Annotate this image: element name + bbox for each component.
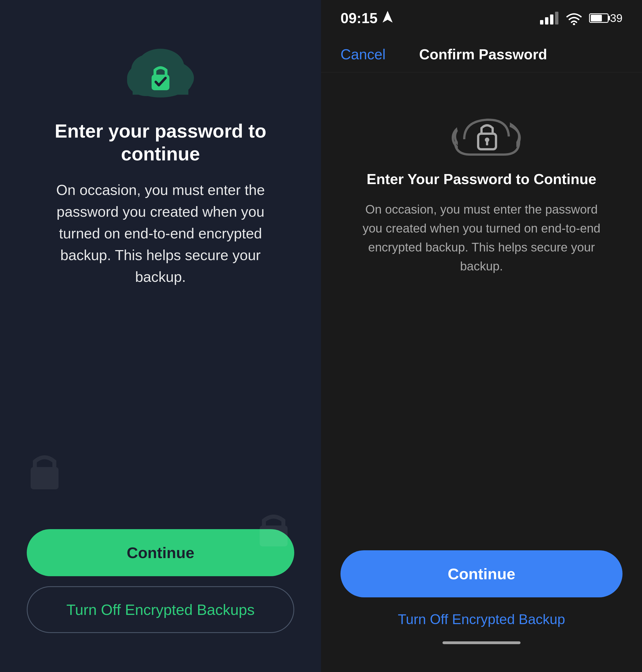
svg-rect-10	[540, 20, 543, 25]
lock-cloud-icon-right	[448, 100, 515, 153]
left-content: Enter your password to continue On occas…	[22, 44, 299, 288]
status-time: 09:15	[341, 10, 377, 26]
left-text-section: Enter your password to continue On occas…	[22, 120, 299, 288]
svg-rect-8	[260, 526, 287, 546]
lock-cloud-icon-left	[124, 44, 197, 100]
left-description: On occasion, you must enter the password…	[35, 179, 286, 288]
cancel-button[interactable]: Cancel	[341, 46, 386, 63]
right-panel: 09:15	[321, 0, 642, 672]
battery-indicator: 39	[589, 12, 623, 25]
status-time-group: 09:15	[341, 10, 393, 26]
signal-bars-icon	[539, 11, 559, 25]
right-text-section: Enter Your Password to Continue On occas…	[356, 170, 607, 276]
svg-rect-11	[545, 17, 548, 25]
svg-rect-23	[486, 142, 488, 145]
watermark-icon-left	[17, 441, 73, 505]
left-panel: Enter your password to continue On occas…	[0, 0, 321, 672]
svg-rect-12	[550, 14, 553, 25]
battery-level: 39	[610, 12, 623, 25]
watermark-icon-right	[248, 497, 299, 561]
continue-button-right[interactable]: Continue	[341, 550, 622, 597]
status-bar: 09:15	[321, 0, 642, 36]
right-description: On occasion, you must enter the password…	[356, 200, 607, 276]
location-icon	[382, 10, 393, 26]
left-title: Enter your password to continue	[22, 120, 299, 165]
nav-title: Confirm Password	[419, 46, 547, 63]
turn-off-button-left[interactable]: Turn Off Encrypted Backups	[27, 586, 294, 633]
svg-point-22	[485, 137, 489, 142]
right-bottom-buttons: Continue Turn Off Encrypted Backup	[321, 550, 642, 644]
svg-marker-9	[383, 11, 393, 23]
svg-rect-7	[31, 467, 59, 489]
right-title: Enter Your Password to Continue	[367, 170, 596, 189]
svg-point-14	[573, 23, 575, 25]
turn-off-button-right[interactable]: Turn Off Encrypted Backup	[387, 608, 576, 630]
nav-bar: Cancel Confirm Password	[321, 36, 642, 73]
svg-rect-13	[555, 12, 558, 25]
wifi-icon	[566, 11, 582, 25]
status-icons: 39	[539, 11, 623, 25]
home-indicator	[442, 641, 521, 644]
